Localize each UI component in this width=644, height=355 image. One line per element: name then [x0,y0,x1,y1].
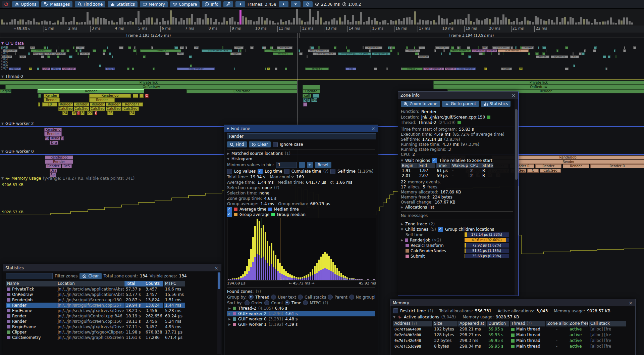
frame-bar[interactable] [301,20,303,25]
cpu-zone[interactable] [483,52,485,55]
time-ruler[interactable]: +55.83 s 1 ms2 ms3 ms4 ms5 ms6 ms7 ms8 m… [0,26,644,33]
frame-bar[interactable] [167,20,169,25]
cpu-zone[interactable] [542,52,545,55]
timeline-zone[interactable]: Render [535,164,561,168]
cpu-zone[interactable] [285,68,287,70]
cpu-zone[interactable] [624,46,625,49]
frame-bar[interactable] [387,23,389,25]
cpu-zone[interactable] [318,46,320,49]
found-zone-group[interactable]: ▶GUIF worker 1(3,192)4.39 s [227,322,375,327]
timeline-zone[interactable]: OnRedraw [433,85,644,89]
frame-bar[interactable] [454,19,456,25]
frame-bar[interactable] [446,18,448,25]
timeline-zone[interactable]: CalcGeo [540,169,561,173]
frame-bar[interactable] [451,22,453,25]
frame-bar[interactable] [553,23,555,25]
relative-time-checkbox[interactable] [432,158,437,163]
cpu-zone[interactable] [77,52,79,55]
clear-filter-button[interactable]: Clear [79,273,101,279]
frame-bar[interactable] [366,21,368,25]
cpu-zone[interactable] [614,49,615,52]
cpu-zone[interactable] [112,55,113,58]
go-to-parent-button[interactable]: Go to parent [442,101,479,107]
cpu-data-header[interactable]: ▼ CPU data [1,41,24,46]
frame-bar[interactable] [612,23,614,25]
log-time-checkbox[interactable] [258,169,263,174]
frame-bar[interactable] [414,11,416,25]
cpu-zone[interactable] [498,52,500,55]
timeline-zone[interactable]: 22 [87,111,93,115]
collapse-icon[interactable]: ▼ [1,177,4,180]
frame-bar[interactable] [19,19,21,25]
cpu-zone[interactable] [608,55,610,58]
timeline-zone[interactable]: ld [18,46,24,49]
timeline-zone[interactable]: OnRedraw [5,85,297,89]
cpu-zone[interactable] [434,49,436,52]
help-icon[interactable]: (?) [274,185,279,190]
timeline-zone[interactable]: Render [563,164,589,168]
cpu-zone[interactable] [250,46,254,49]
cpu-zone[interactable] [397,52,399,55]
column-header[interactable]: Name [6,281,56,286]
timeline-zone[interactable]: Render [38,89,144,93]
timeline-zone[interactable]: syste [501,68,512,70]
frame-bar[interactable] [186,18,188,25]
frame-bar[interactable] [350,22,352,25]
frame-bar[interactable] [3,23,5,25]
scrollbar-thumb[interactable] [515,109,518,180]
cpu-zone[interactable] [270,46,272,49]
cpu-zone[interactable] [535,52,539,55]
power-button[interactable] [2,1,10,8]
frame-bar[interactable] [607,20,609,25]
radio-no-groupi[interactable] [349,295,354,300]
frame-bar[interactable] [191,14,193,25]
timeline-zone[interactable]: kwo [234,46,244,49]
cpu-zone[interactable] [482,52,483,55]
legend-checkbox[interactable] [227,212,232,217]
cpu-zone[interactable] [388,46,390,49]
timeline-zone[interactable]: PrivateTick [0,81,297,85]
found-zone-group[interactable]: ▶Thread-2(4,105)6.46 s [227,306,375,311]
timeline-zone[interactable]: Render [45,160,73,164]
frame-bar[interactable] [374,18,376,25]
frame-bar[interactable] [586,19,588,25]
cpu-zone[interactable] [459,46,460,49]
frame-bar[interactable] [108,21,110,25]
frame-bar[interactable] [572,18,574,25]
frame-bar[interactable] [395,20,397,25]
frame-bar[interactable] [84,22,86,25]
cpu-zone[interactable] [311,46,315,49]
expand-icon[interactable]: ▶ [401,238,403,242]
collapse-icon[interactable]: ▼ [227,127,229,130]
call-stack-cell[interactable]: [alloc] [fre [589,326,626,332]
clear-button[interactable]: Clear [249,141,271,147]
timeline-zone[interactable]: S [303,98,307,102]
cpu-zone[interactable] [57,55,59,58]
expand-icon[interactable]: ▶ [227,152,229,155]
timeline-zone[interactable]: GUIF wor [62,68,76,70]
collapse-icon[interactable]: ▼ [401,159,403,162]
frame-bar[interactable] [266,18,268,25]
frame-bar[interactable] [296,9,298,25]
cpu-zone[interactable] [370,55,371,58]
cpu-zone[interactable] [153,68,155,70]
frame-bar[interactable] [170,10,172,25]
cpu-zone[interactable] [538,46,539,49]
frame-bar[interactable] [210,18,212,25]
frame-bar[interactable] [135,18,137,25]
timeline-zone[interactable]: tracy_systrace [308,49,329,52]
frame-bar[interactable] [226,21,228,25]
frame-bar[interactable] [9,22,11,25]
cpu-zone[interactable] [386,68,388,70]
cpu-zone[interactable] [603,55,606,58]
cpu-zone[interactable] [467,46,470,49]
cpu-zone[interactable] [185,46,187,49]
timeline-zone[interactable]: GUIF worker 2 [423,68,444,70]
timeline-zone[interactable]: 18 [42,102,57,106]
histogram-section-row[interactable]: ▼ Histogram [227,156,375,162]
cpu-zone[interactable] [127,68,129,70]
frame-bar[interactable] [234,21,236,25]
timeline-zone[interactable]: PrivateTick [433,81,644,85]
cpu-zone[interactable] [75,49,77,52]
frame-bar[interactable] [81,22,83,25]
